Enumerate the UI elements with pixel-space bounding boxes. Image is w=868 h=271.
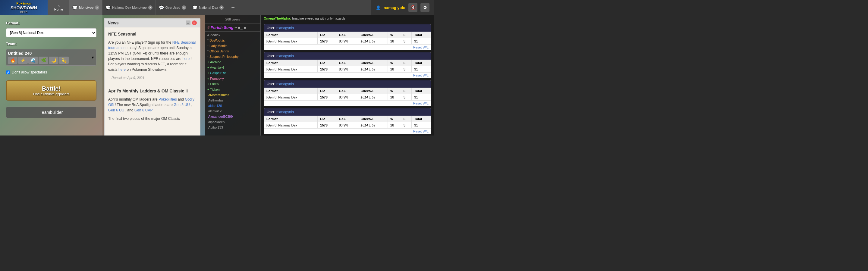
stat-table-2: Format Elo GXE Glicko-1 W L Total [Gen 8… xyxy=(264,60,431,73)
chat-user-alphakaren[interactable]: alphakaren xyxy=(205,119,260,125)
row4-w: 28 xyxy=(388,122,401,129)
prefix-archiac: + xyxy=(207,61,209,64)
col3-w: W xyxy=(388,88,401,94)
col-elo: Elo xyxy=(318,32,336,38)
row4-gxe: 83.9% xyxy=(336,122,358,129)
tab-national-dex[interactable]: 💬 National Dex ✕ xyxy=(189,0,227,15)
chat-user-apiboi[interactable]: Apiboi133 xyxy=(205,125,260,130)
news-body-before: Are you an NFE player? Sign up for the xyxy=(108,40,173,44)
chat-user-caspell[interactable]: + Caspell~✿ xyxy=(205,70,260,76)
news-link-2[interactable]: here xyxy=(182,57,190,61)
row2-w: 28 xyxy=(388,66,401,73)
username-dowbot: DoWbot.js xyxy=(210,38,225,42)
chat-user-avaritia[interactable]: + Avaritia~! xyxy=(205,65,260,70)
tab-nd-close[interactable]: ✕ xyxy=(219,5,224,10)
sprite-6: 💫 xyxy=(59,57,69,64)
chat-user-list: & Zodiax * DoWbot.js * Lady Monita * Off… xyxy=(205,32,260,135)
stat-row-2: [Gen 8] National Dex 1578 83.9% 1814 ± 5… xyxy=(264,66,431,73)
row4-total: 31 xyxy=(412,122,431,129)
reset-link-2[interactable]: Reset W/L xyxy=(264,73,431,78)
prefix-caspell: + xyxy=(207,71,209,75)
logo[interactable]: Pokémon SHOWDOWN BETA xyxy=(0,0,48,15)
chat-user-3moreminutes[interactable]: 3MoreMinutes xyxy=(205,92,260,98)
news-link-gen6uu[interactable]: Gen 6 UU xyxy=(108,108,124,112)
chat-user-aethordas[interactable]: Aethordas xyxy=(205,98,260,103)
sprite-5: 🌙 xyxy=(49,57,59,64)
reset-link-3[interactable]: Reset W/L xyxy=(264,101,431,106)
chat-user-frnen[interactable]: + Frnen xyxy=(205,81,260,87)
tab-national-dex-monotype[interactable]: 💬 National Dex Monotype ✕ xyxy=(102,0,156,15)
chat-user-ticken[interactable]: + Ticken xyxy=(205,87,260,92)
col3-gxe: GXE xyxy=(336,88,358,94)
news-item-2-body: April's monthly OM ladders are Pokébilit… xyxy=(108,97,196,113)
spectator-checkbox[interactable] xyxy=(6,70,10,74)
news-item-2-title: April's Monthly Ladders & OM Classic II xyxy=(108,88,196,94)
stat-card-4-header: User: nxmagyolo xyxy=(264,108,431,115)
news-item-1-title: NFE Seasonal xyxy=(108,31,196,37)
username-officer-jenny: Officer Jenny xyxy=(210,49,229,53)
add-tab-button[interactable]: + xyxy=(227,0,239,15)
team-dropdown-arrow: ▼ xyxy=(91,56,95,60)
news-body2-middle: and xyxy=(178,97,185,101)
settings-button[interactable]: ⚙ xyxy=(421,3,430,12)
news-close-button[interactable]: ✕ xyxy=(192,21,197,25)
chat-user-aidan120[interactable]: aidan120 xyxy=(205,103,260,108)
spectator-option[interactable]: Don't allow spectators xyxy=(6,70,96,74)
news-link-gen5uu[interactable]: Gen 5 UU xyxy=(174,103,190,107)
tab-monotype-close[interactable]: ✕ xyxy=(95,5,99,10)
stat-row-4: [Gen 8] National Dex 1578 83.9% 1814 ± 5… xyxy=(264,122,431,129)
news-link-3[interactable]: here xyxy=(119,67,126,72)
col4-total: Total xyxy=(412,116,431,122)
row3-w: 28 xyxy=(388,94,401,101)
tab-overused[interactable]: 💬 OverUsed ✕ xyxy=(156,0,190,15)
col4-gxe: GXE xyxy=(336,116,358,122)
col4-l: L xyxy=(401,116,412,122)
row1-gxe: 83.9% xyxy=(336,38,358,44)
tab-monotype[interactable]: 💬 Monotype ✕ xyxy=(69,0,102,15)
chat-user-zodiax[interactable]: & Zodiax xyxy=(205,32,260,38)
row3-format: [Gen 8] National Dex xyxy=(264,94,318,101)
row2-elo: 1578 xyxy=(318,66,336,73)
news-minimize-button[interactable]: – xyxy=(186,21,190,25)
tab-ou-close[interactable]: ✕ xyxy=(182,5,186,10)
username[interactable]: nxmag yolo xyxy=(384,5,405,10)
chat-user-alecvu123[interactable]: alecvu123 xyxy=(205,108,260,114)
col4-format: Format xyxy=(264,116,318,122)
col2-total: Total xyxy=(412,60,431,66)
chat-user-archiac[interactable]: + Archiac xyxy=(205,59,260,65)
stat-card-3-username: nxmagyolo xyxy=(276,82,294,86)
news-content: NFE Seasonal Are you an NFE player? Sign… xyxy=(104,27,200,135)
tabs-area: 💬 Monotype ✕ 💬 National Dex Monotype ✕ 💬… xyxy=(69,0,371,15)
stat-table-1: Format Elo GXE Glicko-1 W L Total [Gen 8… xyxy=(264,32,431,44)
news-link-pokebilities[interactable]: Pokébilities xyxy=(158,97,177,101)
row2-total: 31 xyxy=(412,66,431,73)
teambuilder-button[interactable]: Teambuilder xyxy=(6,107,96,118)
prefix-avaritia: + xyxy=(207,66,209,69)
username-zodiax: Zodiax xyxy=(210,33,220,37)
spectator-label: Don't allow spectators xyxy=(12,70,47,74)
stat-row-3: [Gen 8] National Dex 1578 83.9% 1814 ± 5… xyxy=(264,94,431,101)
col-glicko: Glicko-1 xyxy=(358,32,388,38)
row3-total: 31 xyxy=(412,94,431,101)
format-select[interactable]: [Gen 8] National Dex xyxy=(6,28,96,37)
news-link-gen6cap[interactable]: Gen 6 CAP xyxy=(134,108,153,112)
chat-user-suspect-philosophy[interactable]: * Suspect Philosophy xyxy=(205,54,260,59)
username-apiboi: Apiboi133 xyxy=(208,126,223,129)
team-selector[interactable]: Untitled 240 🔥 ⚡ 🌊 🌿 🌙 💫 ▼ xyxy=(6,49,96,66)
chat-user-officer-jenny[interactable]: * Officer Jenny xyxy=(205,48,260,54)
chat-user-alexanderr[interactable]: AlexanderB0399 xyxy=(205,114,260,119)
stat-card-4: User: nxmagyolo Format Elo GXE Glicko-1 … xyxy=(264,108,431,134)
chat-user-dowbot[interactable]: * DoWbot.js xyxy=(205,38,260,43)
reset-link-4[interactable]: Reset W/L xyxy=(264,129,431,134)
battle-button[interactable]: Battle! Find a random opponent xyxy=(6,80,96,101)
chat-user-lady-monita[interactable]: * Lady Monita xyxy=(205,43,260,48)
home-button[interactable]: ⌂ Home xyxy=(48,0,69,15)
omega-text: Imagine sweeping with only hazards xyxy=(292,16,345,20)
tab-ndm-close[interactable]: ✕ xyxy=(148,5,153,10)
reset-link-1[interactable]: Reset W/L xyxy=(264,44,431,50)
row3-elo: 1578 xyxy=(318,94,336,101)
chat-user-francy[interactable]: + Francy~y xyxy=(205,76,260,81)
tab-monotype-label: Monotype xyxy=(79,6,93,9)
username-3mm: 3MoreMinutes xyxy=(208,93,229,97)
sound-button[interactable]: 🔇 xyxy=(408,3,417,12)
